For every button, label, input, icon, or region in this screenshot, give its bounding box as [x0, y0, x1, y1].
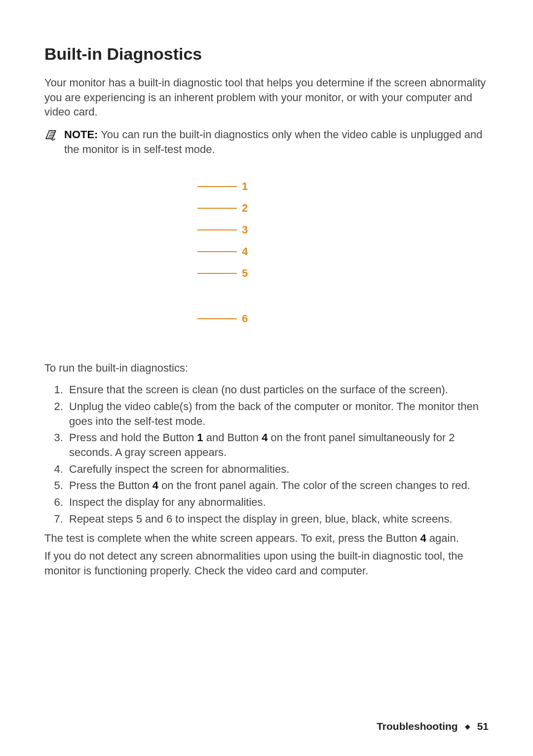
- callout-line-icon: [197, 229, 237, 230]
- callout-number: 3: [242, 224, 248, 236]
- intro-paragraph: Your monitor has a built-in diagnostic t…: [44, 76, 489, 119]
- document-page: Built-in Diagnostics Your monitor has a …: [0, 0, 533, 756]
- steps-lead-in: To run the built-in diagnostics:: [44, 361, 489, 376]
- step-text: Carefully inspect the screen for abnorma…: [69, 463, 289, 475]
- diagram-callout-4: 4: [197, 245, 248, 258]
- closing-paragraph-2: If you do not detect any screen abnormal…: [44, 549, 489, 578]
- diamond-icon: ◆: [465, 722, 470, 730]
- note-icon: [44, 128, 57, 141]
- footer-page-number: 51: [477, 720, 489, 732]
- footer-section: Troubleshooting: [377, 720, 457, 732]
- callout-number: 5: [242, 267, 248, 280]
- step-text: Unplug the video cable(s) from the back …: [69, 400, 479, 427]
- callout-line-icon: [197, 208, 237, 209]
- list-item: Inspect the display for any abnormalitie…: [66, 495, 489, 510]
- callout-number: 1: [242, 180, 248, 193]
- list-item: Press and hold the Button 1 and Button 4…: [66, 430, 489, 459]
- steps-list: Ensure that the screen is clean (no dust…: [44, 380, 489, 528]
- page-title: Built-in Diagnostics: [44, 44, 489, 64]
- list-item: Ensure that the screen is clean (no dust…: [66, 382, 489, 397]
- list-item: Unplug the video cable(s) from the back …: [66, 399, 489, 428]
- step-text: Press the Button 4 on the front panel ag…: [69, 479, 470, 491]
- step-text: Ensure that the screen is clean (no dust…: [69, 383, 448, 396]
- diagram-callout-5: 5: [197, 267, 248, 280]
- callout-line-icon: [197, 318, 237, 319]
- step-text: Inspect the display for any abnormalitie…: [69, 496, 266, 508]
- diagram-callout-2: 2: [197, 202, 248, 215]
- callout-line-icon: [197, 251, 237, 252]
- note-body: You can run the built-in diagnostics onl…: [64, 128, 483, 155]
- step-text: Press and hold the Button 1 and Button 4…: [69, 431, 455, 458]
- closing-paragraph-1: The test is complete when the white scre…: [44, 531, 489, 546]
- diagram-callout-6: 6: [197, 312, 248, 325]
- button-diagram: 1 2 3 4 5 6: [188, 180, 345, 338]
- note-block: NOTE: You can run the built-in diagnosti…: [44, 127, 489, 156]
- callout-line-icon: [197, 186, 237, 187]
- note-label: NOTE:: [64, 128, 98, 141]
- diagram-callout-1: 1: [197, 180, 248, 193]
- list-item: Repeat steps 5 and 6 to inspect the disp…: [66, 512, 489, 527]
- page-footer: Troubleshooting ◆ 51: [377, 720, 489, 732]
- callout-line-icon: [197, 273, 237, 274]
- callout-number: 2: [242, 202, 248, 215]
- list-item: Press the Button 4 on the front panel ag…: [66, 478, 489, 493]
- diagram-callout-3: 3: [197, 224, 248, 236]
- callout-number: 6: [242, 312, 248, 325]
- note-text: NOTE: You can run the built-in diagnosti…: [64, 127, 489, 156]
- callout-number: 4: [242, 245, 248, 258]
- list-item: Carefully inspect the screen for abnorma…: [66, 462, 489, 477]
- step-text: Repeat steps 5 and 6 to inspect the disp…: [69, 513, 453, 525]
